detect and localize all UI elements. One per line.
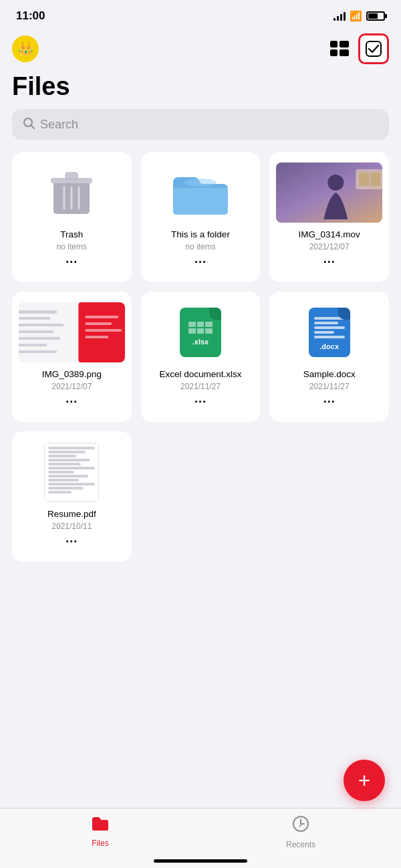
svg-rect-23 (19, 324, 63, 326)
svg-point-15 (328, 175, 344, 191)
signal-icon (333, 11, 346, 21)
svg-rect-1 (340, 41, 349, 47)
add-icon: + (358, 770, 371, 791)
recents-tab-icon (292, 815, 309, 837)
grid-view-button[interactable] (327, 37, 352, 61)
file-more-pdf[interactable]: ··· (65, 535, 78, 549)
file-thumbnail-video (276, 162, 382, 223)
recents-tab-label: Recents (286, 840, 315, 849)
file-more-png[interactable]: ··· (65, 395, 78, 409)
svg-rect-25 (19, 337, 60, 340)
files-grid: Trash no items ··· This is a folder no i… (0, 152, 401, 422)
svg-rect-18 (371, 173, 381, 186)
file-thumbnail-xlsx: .xlsx (148, 302, 254, 362)
file-card-video[interactable]: IMG_0314.mov 2021/12/07 ··· (269, 152, 389, 282)
svg-rect-32 (85, 336, 108, 338)
file-name-folder: This is a folder (171, 229, 230, 239)
file-name-trash: Trash (60, 229, 83, 239)
search-icon (23, 117, 35, 132)
avatar[interactable]: 👑 (12, 35, 39, 62)
battery-icon (366, 11, 385, 21)
file-meta-trash: no items (57, 242, 87, 251)
file-name-video: IMG_0314.mov (299, 229, 360, 239)
svg-rect-21 (19, 310, 57, 314)
svg-rect-9 (65, 173, 78, 179)
file-name-pdf: Resume.pdf (47, 509, 96, 519)
svg-point-13 (184, 179, 217, 187)
svg-rect-27 (19, 350, 57, 353)
select-button[interactable] (358, 33, 389, 64)
header-actions (327, 33, 389, 64)
file-more-video[interactable]: ··· (323, 255, 336, 269)
svg-rect-22 (19, 317, 50, 320)
files-grid-bottom: Resume.pdf 2021/10/11 ··· (0, 422, 401, 562)
file-more-trash[interactable]: ··· (65, 255, 78, 269)
status-time: 11:00 (16, 9, 45, 23)
home-indicator (154, 859, 247, 863)
file-name-xlsx: Excel document.xlsx (159, 369, 241, 379)
file-card-xlsx[interactable]: .xlsx Excel document.xlsx 2021/11/27 ··· (141, 292, 261, 422)
wifi-icon: 📶 (350, 10, 362, 22)
svg-rect-30 (85, 322, 112, 325)
file-thumbnail-docx: .docx (276, 302, 382, 362)
svg-line-6 (31, 126, 34, 128)
svg-rect-26 (19, 344, 47, 346)
file-more-folder[interactable]: ··· (194, 255, 207, 269)
file-thumbnail-trash (19, 162, 125, 223)
svg-rect-29 (85, 316, 118, 318)
svg-rect-31 (85, 329, 122, 332)
file-more-xlsx[interactable]: ··· (194, 395, 207, 409)
file-name-png: IMG_0389.png (42, 369, 102, 379)
header: 👑 (0, 28, 401, 68)
page-title: Files (0, 68, 401, 109)
search-placeholder[interactable]: Search (40, 118, 78, 132)
file-meta-video: 2021/12/07 (309, 242, 350, 251)
file-meta-png: 2021/12/07 (51, 382, 92, 391)
tab-recents[interactable]: Recents (200, 815, 401, 849)
file-card-png[interactable]: IMG_0389.png 2021/12/07 ··· (12, 292, 132, 422)
files-tab-icon (91, 815, 110, 836)
svg-rect-17 (360, 173, 370, 186)
svg-rect-3 (340, 49, 349, 56)
tab-files[interactable]: Files (0, 815, 200, 849)
status-bar: 11:00 📶 (0, 0, 401, 28)
file-card-folder[interactable]: This is a folder no items ··· (141, 152, 261, 282)
add-button[interactable]: + (344, 760, 385, 801)
file-more-docx[interactable]: ··· (323, 395, 336, 409)
file-thumbnail-folder (148, 162, 254, 223)
file-card-trash[interactable]: Trash no items ··· (12, 152, 132, 282)
status-icons: 📶 (333, 10, 385, 22)
files-tab-label: Files (92, 839, 108, 848)
svg-rect-28 (78, 302, 124, 362)
file-card-docx[interactable]: .docx Sample.docx 2021/11/27 ··· (269, 292, 389, 422)
svg-rect-0 (330, 41, 338, 47)
file-meta-pdf: 2021/10/11 (51, 522, 92, 531)
file-name-docx: Sample.docx (303, 369, 356, 379)
svg-rect-2 (330, 49, 338, 56)
search-bar[interactable]: Search (12, 109, 389, 140)
svg-rect-24 (19, 330, 53, 333)
file-card-pdf[interactable]: Resume.pdf 2021/10/11 ··· (12, 431, 132, 562)
avatar-emoji: 👑 (17, 41, 34, 57)
file-meta-docx: 2021/11/27 (309, 382, 350, 391)
svg-point-5 (24, 118, 32, 126)
file-meta-folder: no items (185, 242, 215, 251)
file-meta-xlsx: 2021/11/27 (180, 382, 221, 391)
file-thumbnail-pdf (19, 442, 125, 502)
file-thumbnail-png (19, 302, 125, 362)
